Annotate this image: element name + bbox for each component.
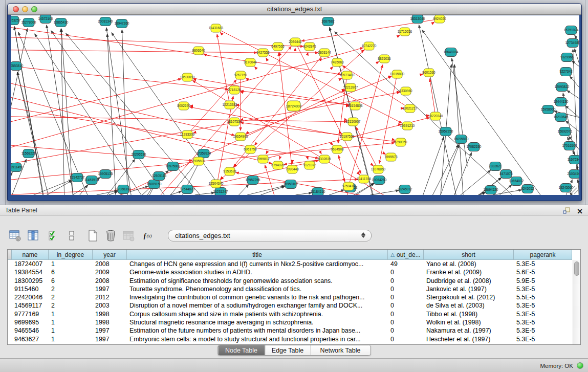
tab-network-table[interactable]: Network Table — [310, 345, 370, 355]
cell-in_degree: 1 — [49, 318, 93, 326]
svg-text:8302835: 8302835 — [318, 157, 331, 161]
cell-out_de: 0 — [388, 285, 424, 293]
svg-text:9427552: 9427552 — [256, 51, 270, 54]
table-settings-icon[interactable] — [8, 229, 21, 242]
table-corner-cell — [8, 250, 12, 260]
column-header-in_degree[interactable]: in_degree — [49, 250, 93, 260]
table-toolbar: f(x)citations_edges.txt — [8, 227, 372, 244]
svg-text:18724007: 18724007 — [286, 104, 301, 108]
cell-name: 18724007 — [12, 260, 49, 268]
node-table[interactable]: namein_degreeyeartitle△out_de...shortpag… — [7, 249, 581, 345]
svg-text:20245012: 20245012 — [398, 187, 412, 191]
desktop-divider-left — [5, 0, 6, 205]
table-row[interactable]: 2242004622012Investigating the contribut… — [8, 293, 580, 301]
svg-text:16648784: 16648784 — [444, 50, 459, 54]
memory-status-label: Memory: OK — [540, 363, 573, 369]
row-gutter — [8, 326, 12, 335]
svg-text:12213383: 12213383 — [223, 103, 237, 106]
memory-status-indicator[interactable] — [577, 362, 583, 369]
import-table-icon[interactable] — [122, 229, 135, 242]
column-header-year[interactable]: year — [93, 250, 127, 260]
svg-text:9267150: 9267150 — [234, 73, 247, 77]
network-window-title: citations_edges.txt — [8, 5, 581, 13]
svg-text:7990448: 7990448 — [286, 167, 299, 171]
new-document-icon[interactable] — [86, 229, 99, 242]
svg-text:11568220: 11568220 — [21, 151, 36, 155]
table-panel-header: Table Panel ✕ — [0, 205, 588, 216]
network-canvas[interactable]: 1055325715278000145721001286543020081340… — [11, 15, 579, 195]
svg-text:12942737: 12942737 — [70, 176, 85, 179]
row-gutter — [8, 318, 12, 326]
svg-text:15184510: 15184510 — [311, 190, 325, 193]
cell-year: 1997 — [93, 285, 127, 293]
table-header-row[interactable]: namein_degreeyeartitle△out_de...shortpag… — [8, 250, 580, 260]
table-body[interactable]: 1872400712008Changes of HCN gene express… — [8, 260, 580, 343]
network-table-select[interactable]: citations_edges.txt — [168, 230, 372, 242]
svg-text:15957250: 15957250 — [439, 129, 453, 133]
svg-text:10220340: 10220340 — [428, 114, 443, 118]
tab-node-table[interactable]: Node Table — [218, 345, 265, 355]
cell-short: Wolkin et al. (1998) — [424, 318, 514, 326]
table-row[interactable]: 1872400712008Changes of HCN gene express… — [8, 260, 580, 268]
cell-short: Hescheler et al. (1997) — [424, 335, 514, 343]
svg-text:18947260: 18947260 — [115, 21, 129, 25]
table-row[interactable]: 1456911722003Disruption of a novel membe… — [8, 301, 580, 310]
svg-text:16154808: 16154808 — [348, 104, 363, 107]
svg-text:8290950: 8290950 — [394, 140, 407, 144]
status-bar: Memory: OK — [0, 358, 588, 372]
cell-short: Jankovic et al. (1997) — [424, 285, 514, 293]
network-window[interactable]: citations_edges.txt 10553257152780001457… — [7, 3, 582, 201]
svg-text:16210645: 16210645 — [554, 115, 569, 119]
cell-out_de: 0 — [388, 326, 424, 335]
table-row[interactable]: 1830029562008Estimation of significance … — [8, 277, 580, 285]
delete-icon[interactable] — [104, 229, 117, 242]
table-row[interactable]: 946554611997Estimation of the future num… — [8, 326, 580, 335]
table-type-tabs: Node TableEdge TableNetwork Table — [217, 345, 371, 356]
svg-text:8002670: 8002670 — [177, 104, 190, 107]
cell-title: Structural magnetic resonance image aver… — [127, 318, 388, 326]
combo-stepper-icon — [361, 232, 365, 238]
table-row[interactable]: 1938455462009Genome-wide association stu… — [8, 268, 580, 276]
cell-pagerank: 5.5E-5 — [514, 293, 572, 301]
network-view-region: citations_edges.txt 10553257152780001457… — [0, 0, 588, 205]
cell-short: Yano et al. (2008) — [424, 260, 514, 268]
svg-text:17957255: 17957255 — [246, 178, 260, 182]
column-header-pagerank[interactable]: pagerank — [514, 250, 572, 260]
row-list-icon[interactable] — [65, 229, 78, 242]
show-column-icon[interactable] — [26, 229, 39, 242]
float-window-icon[interactable] — [562, 206, 571, 216]
table-row[interactable]: 969969511998Structural magnetic resonanc… — [8, 318, 580, 326]
svg-text:18107554: 18107554 — [227, 120, 242, 123]
table-panel-title: Table Panel — [5, 207, 37, 214]
cell-out_de: 0 — [388, 318, 424, 326]
cell-year: 2008 — [93, 277, 127, 285]
table-row[interactable]: 977716911998Corpus callosum shape and si… — [8, 310, 580, 318]
svg-text:10742270: 10742270 — [362, 44, 377, 48]
function-builder-icon[interactable]: f(x) — [143, 229, 156, 242]
table-row[interactable]: 946362711997Embryonic stem cells: a mode… — [8, 335, 580, 343]
column-header-short[interactable]: short — [424, 250, 514, 260]
column-header-out_de[interactable]: △out_de... — [388, 250, 424, 260]
cell-name: 19384554 — [12, 268, 49, 276]
table-vertical-scrollbar[interactable] — [573, 260, 580, 344]
column-header-title[interactable]: title — [127, 250, 388, 260]
svg-text:16958107: 16958107 — [284, 182, 298, 186]
column-header-name[interactable]: name — [12, 250, 49, 260]
row-gutter — [8, 310, 12, 318]
cell-in_degree: 1 — [49, 260, 93, 268]
cell-pagerank: 5.3E-5 — [514, 310, 572, 318]
network-window-titlebar[interactable]: citations_edges.txt — [8, 4, 581, 15]
cell-short: de Silva et al. (2003) — [424, 301, 514, 310]
svg-text:7832621: 7832621 — [489, 164, 502, 168]
cell-name: 18300295 — [12, 277, 49, 285]
cell-in_degree: 6 — [49, 268, 93, 276]
table-row[interactable]: 911546021997Tourette syndrome. Phenomeno… — [8, 285, 580, 293]
svg-text:10654012: 10654012 — [509, 179, 524, 183]
close-panel-icon[interactable]: ✕ — [577, 207, 583, 215]
scrollbar-thumb[interactable] — [574, 261, 579, 276]
tab-edge-table[interactable]: Edge Table — [265, 345, 310, 355]
select-all-icon[interactable] — [47, 229, 60, 242]
cell-pagerank: 5.3E-5 — [514, 285, 572, 293]
cell-out_de: 0 — [388, 310, 424, 318]
svg-text:17066390: 17066390 — [116, 187, 131, 191]
